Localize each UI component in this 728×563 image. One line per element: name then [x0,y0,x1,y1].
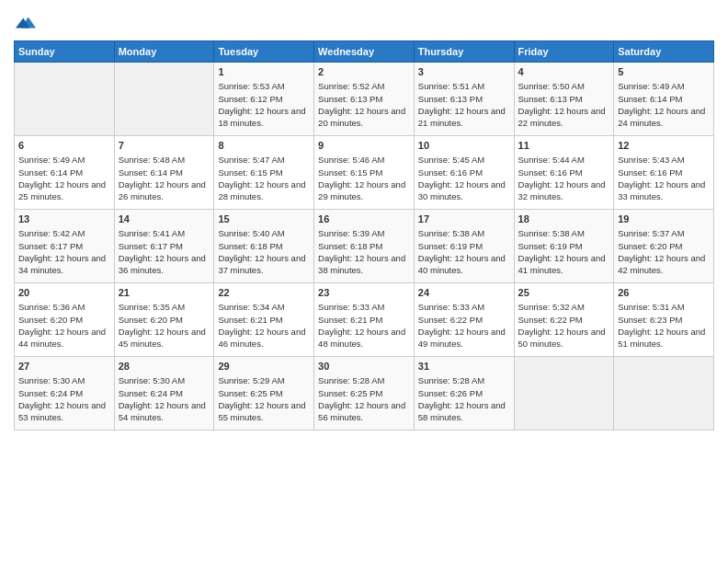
cell-content-line: Sunrise: 5:47 AM [218,154,310,166]
week-row-2: 6Sunrise: 5:49 AMSunset: 6:14 PMDaylight… [15,136,714,210]
day-number: 10 [418,139,510,153]
cell-content-line: Sunset: 6:19 PM [518,240,610,252]
cell-content-line: Daylight: 12 hours and 36 minutes. [119,252,210,277]
cell-content-line: Daylight: 12 hours and 48 minutes. [318,326,410,350]
day-number: 23 [318,286,410,300]
weekday-header-saturday: Saturday [614,41,714,63]
cell-content-line: Sunset: 6:19 PM [418,240,510,252]
weekday-header-row: SundayMondayTuesdayWednesdayThursdayFrid… [15,41,714,63]
calendar-cell: 14Sunrise: 5:41 AMSunset: 6:17 PMDayligh… [114,210,214,283]
cell-content-line: Sunset: 6:20 PM [119,314,210,326]
day-number: 5 [618,65,710,79]
day-number: 9 [318,139,410,153]
cell-content-line: Sunset: 6:15 PM [218,167,310,178]
cell-content-line: Sunrise: 5:30 AM [18,374,110,386]
cell-content-line: Daylight: 12 hours and 56 minutes. [318,399,410,424]
day-number: 8 [218,139,310,153]
cell-content-line: Daylight: 12 hours and 25 minutes. [18,178,110,203]
calendar-cell: 25Sunrise: 5:32 AMSunset: 6:22 PMDayligh… [514,283,614,357]
calendar-cell: 3Sunrise: 5:51 AMSunset: 6:13 PMDaylight… [414,63,514,136]
calendar-cell: 27Sunrise: 5:30 AMSunset: 6:24 PMDayligh… [15,357,115,431]
cell-content-line: Daylight: 12 hours and 18 minutes. [218,105,310,130]
day-number: 7 [119,139,210,153]
cell-content-line: Daylight: 12 hours and 22 minutes. [518,105,610,130]
cell-content-line: Sunset: 6:22 PM [518,314,610,326]
cell-content-line: Sunset: 6:13 PM [518,93,610,105]
day-number: 16 [318,213,410,226]
cell-content-line: Sunset: 6:17 PM [119,240,210,252]
cell-content-line: Sunrise: 5:39 AM [318,227,410,239]
week-row-4: 20Sunrise: 5:36 AMSunset: 6:20 PMDayligh… [15,283,714,357]
cell-content-line: Sunrise: 5:36 AM [18,301,110,313]
cell-content-line: Sunset: 6:13 PM [318,93,410,105]
day-number: 13 [18,213,110,226]
calendar-cell: 7Sunrise: 5:48 AMSunset: 6:14 PMDaylight… [114,136,214,210]
day-number: 4 [518,65,610,79]
cell-content-line: Sunset: 6:14 PM [119,167,210,178]
cell-content-line: Sunrise: 5:31 AM [618,301,710,313]
cell-content-line: Sunset: 6:25 PM [318,387,410,399]
cell-content-line: Sunset: 6:26 PM [418,387,510,399]
cell-content-line: Daylight: 12 hours and 55 minutes. [218,399,310,424]
calendar-cell: 6Sunrise: 5:49 AMSunset: 6:14 PMDaylight… [15,136,115,210]
cell-content-line: Daylight: 12 hours and 21 minutes. [418,105,510,130]
calendar-cell: 18Sunrise: 5:38 AMSunset: 6:19 PMDayligh… [514,210,614,283]
cell-content-line: Sunrise: 5:49 AM [18,154,110,166]
cell-content-line: Sunrise: 5:30 AM [119,374,210,386]
logo-text [14,13,36,33]
calendar-cell [614,357,714,431]
cell-content-line: Sunrise: 5:51 AM [418,80,510,92]
cell-content-line: Daylight: 12 hours and 45 minutes. [119,326,210,350]
day-number: 3 [418,65,510,79]
cell-content-line: Sunset: 6:23 PM [618,314,710,326]
calendar-cell: 20Sunrise: 5:36 AMSunset: 6:20 PMDayligh… [15,283,115,357]
cell-content-line: Sunrise: 5:34 AM [218,301,310,313]
cell-content-line: Sunrise: 5:35 AM [119,301,210,313]
cell-content-line: Daylight: 12 hours and 37 minutes. [218,252,310,277]
cell-content-line: Daylight: 12 hours and 51 minutes. [618,326,710,350]
cell-content-line: Sunrise: 5:50 AM [518,80,610,92]
day-number: 12 [618,139,710,153]
cell-content-line: Sunrise: 5:28 AM [418,374,510,386]
day-number: 28 [119,360,210,373]
cell-content-line: Daylight: 12 hours and 20 minutes. [318,105,410,130]
calendar-table: SundayMondayTuesdayWednesdayThursdayFrid… [14,40,714,431]
calendar-cell: 12Sunrise: 5:43 AMSunset: 6:16 PMDayligh… [614,136,714,210]
cell-content-line: Sunrise: 5:33 AM [418,301,510,313]
cell-content-line: Sunrise: 5:28 AM [318,374,410,386]
cell-content-line: Sunset: 6:16 PM [518,167,610,178]
cell-content-line: Sunset: 6:16 PM [618,167,710,178]
cell-content-line: Daylight: 12 hours and 40 minutes. [418,252,510,277]
day-number: 29 [218,360,310,373]
calendar-cell: 26Sunrise: 5:31 AMSunset: 6:23 PMDayligh… [614,283,714,357]
calendar-cell: 29Sunrise: 5:29 AMSunset: 6:25 PMDayligh… [214,357,314,431]
cell-content-line: Sunset: 6:21 PM [218,314,310,326]
day-number: 30 [318,360,410,373]
cell-content-line: Sunrise: 5:53 AM [218,80,310,92]
cell-content-line: Sunrise: 5:49 AM [618,80,710,92]
cell-content-line: Daylight: 12 hours and 58 minutes. [418,399,510,424]
cell-content-line: Daylight: 12 hours and 41 minutes. [518,252,610,277]
calendar-cell: 31Sunrise: 5:28 AMSunset: 6:26 PMDayligh… [414,357,514,431]
calendar-cell: 28Sunrise: 5:30 AMSunset: 6:24 PMDayligh… [114,357,214,431]
page: SundayMondayTuesdayWednesdayThursdayFrid… [0,0,728,563]
day-number: 1 [218,65,310,79]
calendar-cell: 21Sunrise: 5:35 AMSunset: 6:20 PMDayligh… [114,283,214,357]
cell-content-line: Sunset: 6:12 PM [218,93,310,105]
day-number: 22 [218,286,310,300]
header [14,9,714,33]
cell-content-line: Daylight: 12 hours and 44 minutes. [18,326,110,350]
cell-content-line: Sunset: 6:18 PM [318,240,410,252]
calendar-cell: 11Sunrise: 5:44 AMSunset: 6:16 PMDayligh… [514,136,614,210]
calendar-cell: 1Sunrise: 5:53 AMSunset: 6:12 PMDaylight… [214,63,314,136]
cell-content-line: Daylight: 12 hours and 30 minutes. [418,178,510,203]
cell-content-line: Sunrise: 5:43 AM [618,154,710,166]
cell-content-line: Sunrise: 5:37 AM [618,227,710,239]
day-number: 2 [318,65,410,79]
cell-content-line: Sunset: 6:20 PM [618,240,710,252]
cell-content-line: Daylight: 12 hours and 33 minutes. [618,178,710,203]
cell-content-line: Daylight: 12 hours and 29 minutes. [318,178,410,203]
logo-icon [16,13,36,33]
day-number: 17 [418,213,510,226]
calendar-cell [15,63,115,136]
